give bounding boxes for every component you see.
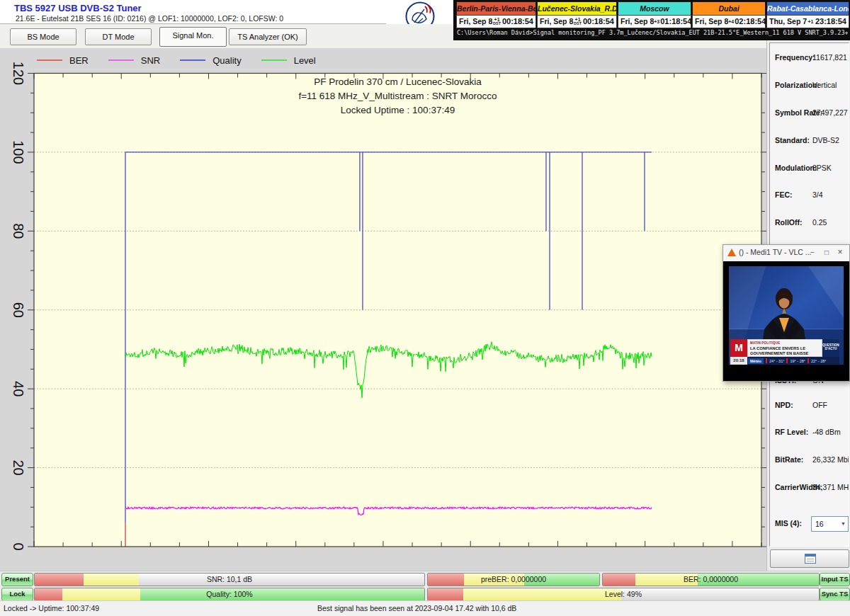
close-button[interactable]: × [834,247,846,258]
clock-dst-flag: DST [492,22,502,26]
tbs-tuner-window: TBS 5927 USB DVB-S2 Tuner 21.6E - Eutels… [0,0,850,616]
y-axis-label: 60 [11,302,26,318]
maximize-button[interactable]: □ [821,247,832,258]
y-axis-label: 100 [11,140,26,164]
clock-date: Fri, Sep 8 [693,17,728,25]
tab-signal-mon-[interactable]: Signal Mon. [159,27,227,47]
world-clock: MoscowFri, Sep 8+301:18:54 [618,1,692,28]
world-clocks: Berlin-Paris-Vienna-BelgradeFri, Sep 8+1… [456,1,847,28]
parameter-row: BitRate:26,332 Mbit/s [770,455,849,465]
mis-label: MIS (4): [775,519,802,527]
medi1-logo: M [730,339,747,357]
clock-offset-value: +3 [654,19,659,24]
console-header-area: Berlin-Paris-Vienna-BelgradeFri, Sep 8+1… [453,0,850,40]
mis-dropdown[interactable]: 16 ▼ [811,516,849,532]
snr-bar: SNR: 10,1 dB [34,573,425,586]
legend-swatch [108,59,134,61]
chart-title-line1: PF Prodelin 370 cm / Lucenec-Slovakia [34,75,761,89]
clock-dst-flag: DST [573,22,582,26]
ticker-separator [786,358,788,363]
clock-time: 00:18:54 [502,17,536,25]
legend-label: SNR [141,55,160,66]
minimize-button[interactable]: − [807,247,818,258]
app-title: TBS 5927 USB DVB-S2 Tuner [14,3,142,13]
clock-utc-offset: +1DST [573,17,582,26]
vlc-titlebar[interactable]: () - Medi1 TV - VLC ... − □ × [723,245,849,262]
command-prompt-line[interactable]: C:\Users\Roman Dávid>Signal monitoring_P… [457,29,848,40]
parameter-label: RollOff: [775,218,803,227]
clock-body: Thu, Sep 7+123:18:54 [766,15,849,29]
weather-ticker: Météo 24° - 31°19° - 28°22° - 28° [747,357,839,365]
clock-time: 02:18:54 [734,17,768,25]
y-axis-label: 20 [11,460,26,475]
tab-ts-analyzer-ok-[interactable]: TS Analyzer (OK) [229,28,307,45]
world-clock: Berlin-Paris-Vienna-BelgradeFri, Sep 8+1… [456,1,537,28]
parameter-label: Standard: [775,136,810,144]
parameter-row: Frequency:11617,821 MHz [770,53,849,63]
legend-label: Level [294,55,316,66]
chart-title: PF Prodelin 370 cm / Lucenec-Slovakia f=… [34,75,761,118]
legend-item-level: Level [261,55,316,66]
clock-date: Thu, Sep 7 [767,17,807,25]
lower-third-banner: MATIN POLITIQUE LA CONFIANCE ENVERS LE G… [747,339,822,357]
parameter-label: RF Level: [775,428,808,436]
bar-value-label: Level: 49% [428,588,819,600]
best-signal-status: Best signal has been seen at 2023-09-04 … [317,604,516,612]
vlc-window-title: () - Medi1 TV - VLC ... [739,248,812,256]
ticker-item: 19° - 28° [790,359,805,363]
lower-third-headline: LA CONFIANCE ENVERS LE GOUVERNEMENT EN B… [750,346,822,355]
y-axis-label: 80 [11,223,26,239]
tab-dt-mode[interactable]: DT Mode [85,28,152,45]
world-clock: Rabat-Casablanca-LondonThu, Sep 7+123:18… [766,1,850,28]
bar-value-label: Quality: 100% [35,588,424,600]
signal-chart-region: 020406080100120 BERSNRQualityLevel PF Pr… [0,48,766,571]
parameter-value: 3/4 [812,190,823,199]
signal-status-panel: Present Lock Input TS Sync TS SNR: 10,1 … [0,571,850,601]
clock-time: 01:18:54 [659,17,693,25]
vlc-video-area[interactable]: M MATIN POLITIQUE LA CONFIANCE ENVERS LE… [723,261,849,381]
parameter-value: 26,332 Mbit/s [812,455,849,464]
parameter-label: BitRate: [775,455,803,464]
parameter-value: 0.25 [812,218,827,227]
parameter-value: DVB-S2 [812,136,839,144]
legend-item-ber: BER [37,55,89,66]
chart-legend: BERSNRQualityLevel [37,54,329,67]
clock-utc-offset: +1DST [492,17,502,26]
parameter-value: 27497,227 KS/s [812,108,849,117]
y-axis-label: 120 [11,62,26,85]
clock-time: 23:18:54 [815,17,849,25]
parameter-row: Standard:DVB-S2 [770,136,849,146]
clock-utc-offset: +1 [807,19,815,24]
clock-body: Fri, Sep 8+402:18:54 [692,15,766,29]
parameter-value: -48 dBm [812,428,841,436]
clock-body: Fri, Sep 8+1DST00:18:54 [537,15,617,29]
parameter-row: Polarization:Vertical [770,81,849,91]
present-indicator: Present [1,573,33,586]
parameter-label: NPD: [775,401,793,409]
sync-ts-indicator: Sync TS [820,588,850,601]
clock-body: Fri, Sep 8+301:18:54 [618,15,691,29]
ticker-label: Météo [748,358,764,364]
parameter-value: OFF [812,401,827,409]
bar-value-label: preBER: 0,0000000 [428,574,599,586]
legend-swatch [180,59,205,61]
clock-offset-value: +4 [728,19,734,24]
legend-item-snr: SNR [108,55,160,66]
legend-label: BER [69,55,89,66]
bar-value-label: BER: 0,0000000 [603,574,819,586]
vlc-player-window[interactable]: () - Medi1 TV - VLC ... − □ × [722,244,850,382]
preber-bar: preBER: 0,0000000 [427,573,600,586]
ts-capture-button[interactable] [770,549,849,568]
y-axis-label: 0 [11,542,26,550]
parameter-row: Symbol Rate:27497,227 KS/s [770,108,849,118]
chart-title-line2: f=11 618 MHz_V_Multistream : SNRT Morocc… [34,89,761,103]
parameter-value: Vertical [812,81,837,89]
broadcast-time: 20:18 [730,357,747,365]
clock-date: Fri, Sep 8 [457,17,492,25]
parameter-value: 8PSK [812,164,832,172]
parameter-row: FEC:3/4 [770,190,849,200]
parameter-label: FEC: [775,190,793,199]
parameter-row: RF Level:-48 dBm [770,428,849,438]
legend-swatch [37,59,62,61]
tab-bs-mode[interactable]: BS Mode [10,28,76,45]
